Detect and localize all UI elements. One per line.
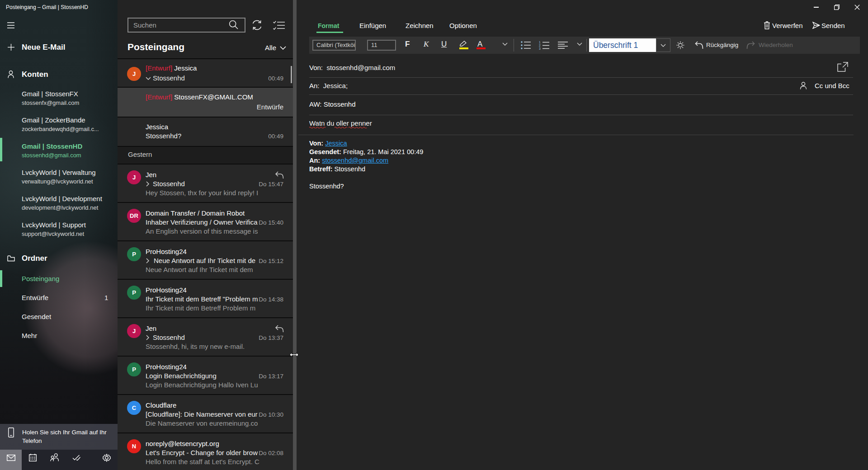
svg-text:2: 2 [539, 44, 541, 47]
svg-text:1: 1 [539, 41, 541, 44]
svg-text:3: 3 [539, 47, 541, 50]
